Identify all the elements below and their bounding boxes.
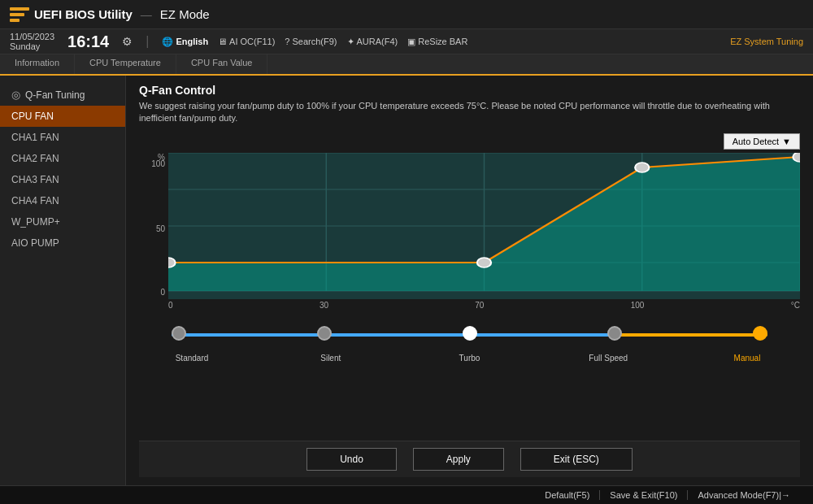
preset-manual-label: Manual xyxy=(727,354,767,363)
presets-track-container xyxy=(155,326,784,350)
y-axis: % 100 50 0 xyxy=(139,153,168,311)
globe-icon: 🌐 xyxy=(162,37,173,47)
fan-sidebar: ◎ Q-Fan Tuning CPU FAN CHA1 FAN CHA2 FAN… xyxy=(0,76,126,485)
panel-description: We suggest raising your fan/pump duty to… xyxy=(139,100,800,125)
logo-icon xyxy=(10,7,29,22)
x-label-70: 70 xyxy=(475,301,484,310)
aura-icon: ✦ xyxy=(347,37,354,47)
footer-bar: Default(F5) Save & Exit(F10) Advanced Mo… xyxy=(0,485,813,504)
preset-labels-row: Standard Silent Turbo Full Speed Manual xyxy=(172,354,767,363)
y-label-50: 50 xyxy=(156,224,165,233)
preset-standard-label: Standard xyxy=(172,354,212,363)
sidebar-item-cha1-fan[interactable]: CHA1 FAN xyxy=(0,127,125,148)
sidebar-item-wpump[interactable]: W_PUMP+ xyxy=(0,211,125,232)
svg-point-14 xyxy=(793,153,800,162)
header-title: UEFI BIOS Utility xyxy=(34,7,133,21)
aura-label: AURA(F4) xyxy=(357,37,398,46)
x-label-30: 30 xyxy=(320,301,328,310)
header-bar: UEFI BIOS Utility — EZ Mode xyxy=(0,0,813,29)
search-button[interactable]: ? Search(F9) xyxy=(285,37,337,46)
right-panel: Q-Fan Control We suggest raising your fa… xyxy=(126,76,813,485)
auto-detect-button[interactable]: Auto Detect ▼ xyxy=(724,133,800,150)
aura-button[interactable]: ✦ AURA(F4) xyxy=(347,37,398,47)
preset-turbo-label: Turbo xyxy=(450,354,490,363)
x-unit: °C xyxy=(791,301,800,310)
panel-title: Q-Fan Control xyxy=(139,84,800,97)
preset-manual-dot[interactable] xyxy=(753,326,767,341)
chart-header: Auto Detect ▼ xyxy=(139,133,800,150)
sidebar-item-cha2-fan[interactable]: CHA2 FAN xyxy=(0,148,125,169)
resizebar-label: ReSize BAR xyxy=(418,37,467,46)
sidebar-item-cpu-fan[interactable]: CPU FAN xyxy=(0,106,125,127)
nav-items: 🌐 English 🖥 AI OC(F11) ? Search(F9) ✦ AU… xyxy=(162,37,467,47)
chart-svg xyxy=(168,153,800,299)
auto-detect-label: Auto Detect xyxy=(733,137,779,146)
qfan-label: Q-Fan Tuning xyxy=(25,89,85,101)
preset-dots-row xyxy=(172,326,767,341)
chart-container: Auto Detect ▼ % 100 50 0 xyxy=(139,133,800,441)
preset-silent-label: Silent xyxy=(311,354,351,363)
svg-point-13 xyxy=(635,163,649,172)
resize-bar-button[interactable]: ▣ ReSize BAR xyxy=(407,37,467,47)
tab-navigation: Information CPU Temperature CPU Fan Valu… xyxy=(0,54,813,76)
apply-button[interactable]: Apply xyxy=(413,448,504,471)
aioc-label: AI OC(F11) xyxy=(229,37,275,46)
footer-default[interactable]: Default(F5) xyxy=(535,490,600,500)
presets-slider[interactable]: Standard Silent Turbo Full Speed Manual xyxy=(139,326,800,363)
preset-fullspeed-label: Full Speed xyxy=(588,354,628,363)
preset-standard-dot[interactable] xyxy=(172,326,186,341)
svg-point-12 xyxy=(477,258,491,267)
subheader-bar: 11/05/2023 Sunday 16:14 ⚙ | 🌐 English 🖥 … xyxy=(0,29,813,54)
fan-icon: ◎ xyxy=(11,89,20,101)
ez-system-tuning-link[interactable]: EZ System Tuning xyxy=(730,37,803,46)
chart-wrapper: % 100 50 0 xyxy=(139,153,800,311)
gear-icon[interactable]: ⚙ xyxy=(122,35,133,48)
search-icon: ? xyxy=(285,37,289,46)
y-label-100: 100 xyxy=(151,159,165,168)
sidebar-item-aio-pump[interactable]: AIO PUMP xyxy=(0,232,125,254)
qfan-section-title: ◎ Q-Fan Tuning xyxy=(0,84,125,106)
search-label: Search(F9) xyxy=(292,37,337,46)
exit-button[interactable]: Exit (ESC) xyxy=(520,448,633,471)
x-axis: 0 30 70 100 °C xyxy=(168,299,800,311)
resizebar-icon: ▣ xyxy=(407,37,415,47)
fan-curve-chart[interactable]: 0 30 70 100 °C xyxy=(168,153,800,311)
header-mode: EZ Mode xyxy=(160,7,210,21)
day-display: Sunday xyxy=(10,41,54,51)
date-display: 11/05/2023 xyxy=(10,32,54,41)
language-selector[interactable]: 🌐 English xyxy=(162,37,208,47)
dropdown-arrow: ▼ xyxy=(782,137,791,146)
undo-button[interactable]: Undo xyxy=(307,448,397,471)
language-label: English xyxy=(176,37,208,46)
x-label-100: 100 xyxy=(631,301,645,310)
asus-logo: UEFI BIOS Utility — EZ Mode xyxy=(10,7,210,22)
preset-turbo-dot[interactable] xyxy=(463,326,477,341)
x-label-0: 0 xyxy=(168,301,173,310)
svg-point-11 xyxy=(168,258,176,267)
sidebar-item-cha3-fan[interactable]: CHA3 FAN xyxy=(0,169,125,190)
sidebar-item-cha4-fan[interactable]: CHA4 FAN xyxy=(0,190,125,211)
tab-information[interactable]: Information xyxy=(0,54,75,74)
header-separator: — xyxy=(141,8,152,21)
time-display: 16:14 xyxy=(67,33,109,51)
aioc-icon: 🖥 xyxy=(218,37,227,46)
preset-silent-dot[interactable] xyxy=(317,326,332,341)
footer-advanced-mode[interactable]: Advanced Mode(F7)|→ xyxy=(688,490,800,500)
tab-cpu-temperature[interactable]: CPU Temperature xyxy=(75,54,176,74)
footer-save-exit[interactable]: Save & Exit(F10) xyxy=(600,490,688,500)
y-label-0: 0 xyxy=(160,288,165,297)
datetime-display: 11/05/2023 Sunday xyxy=(10,32,54,51)
action-buttons: Undo Apply Exit (ESC) xyxy=(139,441,800,477)
ai-oc-button[interactable]: 🖥 AI OC(F11) xyxy=(218,37,275,46)
main-content: ◎ Q-Fan Tuning CPU FAN CHA1 FAN CHA2 FAN… xyxy=(0,76,813,485)
tab-cpu-fan-value[interactable]: CPU Fan Value xyxy=(176,54,268,74)
preset-fullspeed-dot[interactable] xyxy=(607,326,622,341)
